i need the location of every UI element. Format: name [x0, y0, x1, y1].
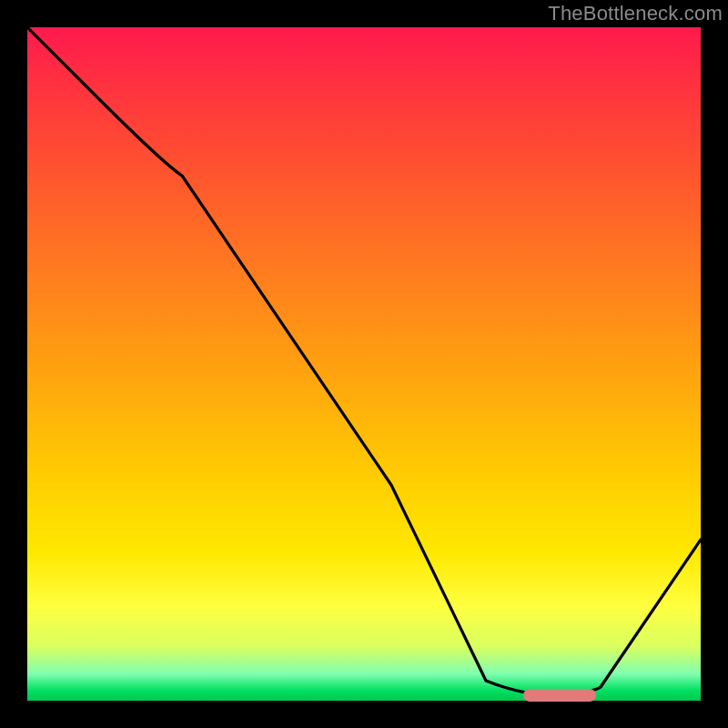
chart-frame: TheBottleneck.com [0, 0, 728, 728]
chart-svg [27, 27, 701, 701]
plot-area [27, 27, 701, 701]
watermark-text: TheBottleneck.com [548, 2, 723, 25]
curve-line [27, 27, 701, 696]
optimal-range-marker [523, 689, 596, 702]
